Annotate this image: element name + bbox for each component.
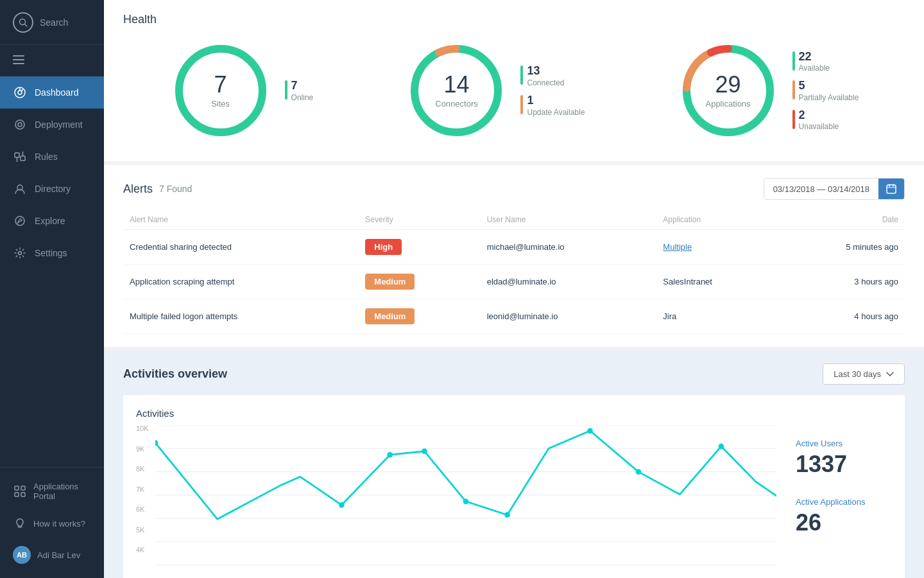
connectors-value: 14 [435,73,477,96]
update-bar [520,95,523,114]
alerts-table: Alert Name Severity User Name Applicatio… [123,210,905,334]
active-users-value: 1337 [796,451,892,478]
date-picker[interactable]: 03/13/2018 — 03/14/2018 [764,178,905,200]
svg-point-9 [15,120,24,129]
chevron-down-icon [886,372,894,377]
sidebar-item-deployment[interactable]: Deployment [0,109,104,141]
sidebar-bottom: Applications Portal How it works? AB Adi… [0,467,104,578]
calendar-button[interactable] [878,179,904,199]
user-profile[interactable]: AB Adi Bar Lev [0,538,104,572]
search-icon [13,12,33,33]
sites-online-item: 7 Online [285,79,314,102]
date-range-text: 03/13/2018 — 03/14/2018 [764,179,878,199]
svg-line-1 [25,24,28,26]
svg-rect-20 [15,493,19,496]
application-cell: Jira [656,299,777,334]
available-label: Available [799,64,830,73]
active-users-label: Active Users [796,439,892,448]
svg-point-17 [19,252,22,255]
sidebar-item-explore[interactable]: Explore [0,205,104,237]
sidebar-item-dashboard[interactable]: Dashboard [0,76,104,109]
connected-value: 13 [527,64,564,78]
user-name: Adi Bar Lev [37,550,80,560]
svg-point-44 [339,502,345,508]
connectors-card: 14 Connectors 13 Connected [405,39,585,142]
unavailable-item: 2 Unavailable [792,109,859,132]
activities-inner: Activities 10K 9K 8K 7K 6K 5K 4K [123,395,905,578]
svg-point-49 [587,428,593,434]
active-users-stat: Active Users 1337 [796,439,892,478]
connected-bar [520,66,523,85]
sidebar-item-settings[interactable]: Settings [0,237,104,269]
svg-rect-18 [15,486,19,490]
update-value: 1 [527,94,585,108]
table-row: Credential sharing detected High michael… [123,230,905,265]
sidebar-item-rules[interactable]: Rules [0,141,104,173]
sites-donut: 7 Sites [169,39,272,142]
sidebar-item-directory[interactable]: Directory [0,173,104,205]
search-button[interactable]: Search [0,0,104,45]
activities-overview-title: Activities overview [123,367,227,381]
sidebar-item-label: Deployment [35,119,83,130]
svg-point-46 [422,448,427,454]
svg-rect-11 [15,153,19,157]
date-cell: 5 minutes ago [778,230,905,265]
how-it-works-label: How it works? [33,519,85,529]
online-bar [285,80,287,100]
svg-rect-4 [13,63,24,64]
alerts-count: 7 Found [159,184,192,194]
update-available-item: 1 Update Available [520,94,585,117]
svg-rect-12 [21,156,25,161]
svg-point-50 [636,469,642,475]
active-applications-stat: Active Applications 26 [796,497,892,536]
table-row: Application scraping attempt Medium elda… [123,265,905,299]
svg-line-8 [21,89,23,91]
search-label: Search [40,17,68,28]
severity-badge: Medium [365,274,415,290]
main-content: Health 7 Sites [104,0,924,578]
how-it-works-link[interactable]: How it works? [0,509,104,538]
svg-rect-3 [13,59,24,60]
bulb-icon [13,516,27,530]
app-link[interactable]: Multiple [663,242,692,252]
svg-rect-21 [21,493,25,496]
sidebar-item-label: Explore [35,216,65,226]
activities-section: Activities overview Last 30 days Activit… [104,351,924,578]
applications-value: 29 [705,73,750,96]
sites-value: 7 [211,73,230,96]
date-cell: 3 hours ago [778,265,905,299]
time-range-dropdown[interactable]: Last 30 days [823,363,905,385]
health-title: Health [123,13,905,26]
applications-portal-link[interactable]: Applications Portal [0,474,104,509]
rules-icon [13,150,27,164]
user-name: eldad@luminate.io [481,265,657,299]
dropdown-label: Last 30 days [834,369,881,379]
col-user-name: User Name [481,210,657,230]
chart-svg [155,425,776,566]
svg-point-48 [504,512,510,518]
sites-online-label: Online [291,93,314,102]
alerts-title: Alerts 7 Found [123,182,192,196]
hamburger-menu[interactable] [0,45,104,76]
date-cell: 4 hours ago [778,299,905,334]
update-label: Update Available [527,108,585,117]
connectors-legend: 13 Connected 1 Update Available [520,64,585,116]
sites-label: Sites [211,99,230,109]
sidebar-item-label: Settings [35,248,67,258]
severity-cell: High [359,230,480,265]
unavailable-bar [792,110,795,129]
explore-icon [13,214,27,228]
available-bar [792,51,795,71]
svg-point-47 [463,498,469,504]
col-application: Application [656,210,777,230]
health-section: Health 7 Sites [104,0,924,161]
chart-title: Activities [136,408,776,419]
unavailable-label: Unavailable [799,122,839,131]
available-value: 22 [799,50,830,64]
active-applications-label: Active Applications [796,497,892,507]
svg-point-10 [18,123,22,127]
applications-portal-label: Applications Portal [33,482,91,501]
sidebar-item-label: Rules [35,152,58,162]
dashboard-icon [13,85,27,100]
col-severity: Severity [359,210,480,230]
